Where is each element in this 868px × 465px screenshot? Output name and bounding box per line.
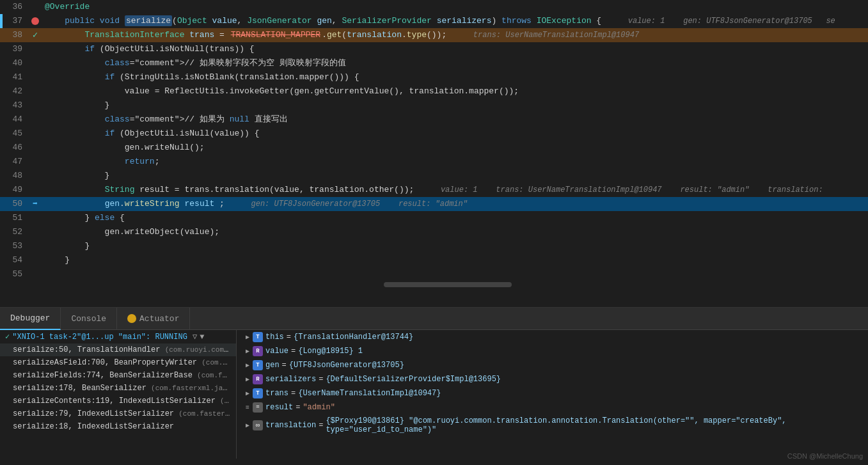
var-expand-1[interactable]: ▶ (242, 346, 253, 356)
var-expand-5[interactable]: ≡ (242, 402, 253, 413)
thread-dropdown-icon[interactable]: ▼ (200, 333, 204, 342)
var-expand-4[interactable]: ▶ (242, 388, 253, 398)
line-number-41: 41 (0, 70, 29, 84)
line-content-43: } (42, 99, 868, 113)
code-line-48: 48 } (0, 169, 868, 183)
var-row-1[interactable]: ▶Rvalue = {Long@18915} 1 (240, 344, 868, 358)
thread-name: "XNIO-1 task-2"@1...up "main": RUNNING (12, 333, 187, 342)
code-line-38: 38✓ TranslationInterface trans = TRANSLA… (0, 28, 868, 42)
editor-scrollbar-thumb[interactable] (384, 282, 512, 287)
frame-method: serializeContents:119, IndexedListSerial… (13, 397, 216, 406)
var-value-5: "admin" (303, 403, 335, 412)
variables-panel: ▶Tthis = {TranslationHandler@13744}▶Rval… (237, 330, 868, 459)
stack-frame-2[interactable]: serializeFields:774, BeanSerializerBase … (0, 369, 236, 382)
frame-method: serialize:178, BeanSerializer (13, 384, 146, 393)
var-icon-2: T (253, 360, 263, 370)
tab-debugger[interactable]: Debugger (0, 308, 61, 330)
line-content-51: } else { (42, 211, 868, 225)
var-row-6[interactable]: ▶∞translation = {$Proxy190@13861} "@com.… (240, 414, 868, 436)
panel-tabs: Debugger Console Actuator (0, 308, 868, 330)
line-content-41: if (StringUtils.isNotBlank(translation.m… (42, 70, 868, 84)
var-row-4[interactable]: ▶Ttrans = {UserNameTranslationImpl@10947… (240, 386, 868, 400)
var-value-1: {Long@18915} 1 (298, 347, 363, 356)
code-line-45: 45 if (ObjectUtil.isNull(value)) { (0, 127, 868, 141)
var-icon-5: = (253, 402, 263, 413)
code-line-49: 49 String result = trans.translation(val… (0, 183, 868, 197)
thread-filter-icon[interactable]: ▽ (193, 332, 197, 342)
tab-actuator[interactable]: Actuator (117, 308, 190, 330)
line-content-49: String result = trans.translation(value,… (42, 183, 868, 197)
line-number-52: 52 (0, 225, 29, 239)
var-name-6: translation (265, 421, 316, 430)
breakpoint-dot[interactable] (31, 17, 39, 25)
line-content-45: if (ObjectUtil.isNull(value)) { (42, 127, 868, 141)
code-line-53: 53 } (0, 239, 868, 253)
var-value-3: {DefaultSerializerProvider$Impl@13695} (326, 375, 501, 384)
code-line-44: 44 class="comment">// 如果为 null 直接写出 (0, 113, 868, 127)
var-equals-6: = (319, 421, 323, 430)
debug-info-38: trans: UserNameTranslationImpl@10947 (459, 31, 639, 40)
line-number-36: 36 (0, 0, 29, 14)
line-number-48: 48 (0, 169, 29, 183)
var-row-2[interactable]: ▶Tgen = {UTF8JsonGenerator@13705} (240, 358, 868, 372)
line-content-52: gen.writeObject(value); (42, 225, 868, 239)
gutter-50: ➡ (29, 197, 42, 211)
tab-console[interactable]: Console (61, 308, 117, 330)
active-thread[interactable]: ✓ "XNIO-1 task-2"@1...up "main": RUNNING… (0, 330, 236, 343)
line-number-51: 51 (0, 211, 29, 225)
stack-frame-6[interactable]: serialize:18, IndexedListSerializer (0, 420, 236, 433)
var-row-3[interactable]: ▶Rserializers = {DefaultSerializerProvid… (240, 372, 868, 386)
stack-frame-0[interactable]: serialize:50, TranslationHandler (com.ru… (0, 343, 236, 356)
gutter-38: ✓ (29, 28, 42, 42)
frame-class: (com.fasterxml.jackson... (178, 409, 236, 418)
var-expand-3[interactable]: ▶ (242, 374, 253, 384)
stack-frame-3[interactable]: serialize:178, BeanSerializer (com.faste… (0, 382, 236, 395)
stack-frame-4[interactable]: serializeContents:119, IndexedListSerial… (0, 395, 236, 407)
code-line-41: 41 if (StringUtils.isNotBlank(translatio… (0, 70, 868, 84)
debug-info-50: gen: UTF8JsonGenerator@13705 result: "ad… (237, 200, 468, 209)
frame-method: serialize:50, TranslationHandler (13, 345, 160, 354)
line-number-39: 39 (0, 42, 29, 56)
line-content-53: } (42, 239, 868, 253)
stack-frame-1[interactable]: serializeAsField:700, BeanPropertyWriter… (0, 356, 236, 369)
var-row-5[interactable]: ≡=result = "admin" (240, 400, 868, 414)
var-row-0[interactable]: ▶Tthis = {TranslationHandler@13744} (240, 330, 868, 344)
code-line-47: 47 return; (0, 155, 868, 169)
debug-bar (0, 14, 3, 28)
var-expand-6[interactable]: ▶ (242, 420, 253, 430)
line-content-46: gen.writeNull(); (42, 141, 868, 155)
line-number-46: 46 (0, 141, 29, 155)
line-number-53: 53 (0, 239, 29, 253)
var-equals-4: = (291, 389, 296, 398)
var-expand-2[interactable]: ▶ (242, 360, 253, 370)
var-value-4: {UserNameTranslationImpl@10947} (298, 389, 441, 398)
gutter-37 (29, 17, 42, 25)
line-content-48: } (42, 169, 868, 183)
debug-threads: ✓ "XNIO-1 task-2"@1...up "main": RUNNING… (0, 330, 237, 459)
var-name-1: value (265, 347, 288, 356)
actuator-icon (127, 314, 136, 323)
var-expand-0[interactable]: ▶ (242, 332, 253, 342)
line-number-47: 47 (0, 155, 29, 169)
bottom-panel: Debugger Console Actuator ✓ "XNIO-1 task… (0, 307, 868, 459)
line-content-39: if (ObjectUtil.isNotNull(trans)) { (42, 42, 868, 56)
frame-class: (com.fasterxml... (201, 358, 236, 367)
line-number-55: 55 (0, 267, 29, 281)
line-number-50: 50 (0, 197, 29, 211)
line-content-42: value = ReflectUtils.invokeGetter(gen.ge… (42, 84, 868, 99)
code-line-37: 37 public void serialize(Object value, J… (0, 14, 868, 28)
editor-scrollbar[interactable] (0, 281, 868, 288)
var-name-4: trans (265, 389, 288, 398)
line-content-38: TranslationInterface trans = TRANSLATION… (42, 28, 868, 42)
frame-class: (com.ruoyi.common.tra (165, 345, 236, 354)
frame-class: (com.faster... (220, 397, 236, 406)
debug-info-37: value: 1 gen: UTF8JsonGenerator@13705 se (614, 17, 835, 26)
debugger-tab-label: Debugger (10, 313, 50, 323)
stack-frame-5[interactable]: serialize:79, IndexedListSerializer (com… (0, 407, 236, 420)
frame-method: serialize:79, IndexedListSerializer (13, 409, 174, 418)
var-name-2: gen (265, 361, 280, 370)
console-tab-label: Console (71, 314, 106, 324)
code-line-55: 55 (0, 267, 868, 281)
frame-class: (com.fasterxml.jac... (197, 371, 236, 380)
code-line-43: 43 } (0, 99, 868, 113)
